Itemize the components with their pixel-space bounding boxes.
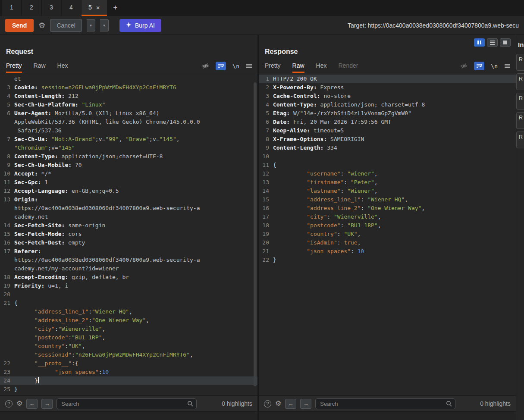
code-line[interactable]: 12 "username": "wiener",	[259, 169, 516, 178]
request-search-input[interactable]	[56, 398, 197, 409]
code-line[interactable]: 23 "json spaces":10	[0, 368, 257, 376]
response-editor[interactable]: 1HTTP/2 200 OK2X-Powered-By: Express3Cac…	[259, 73, 516, 395]
close-tab-icon[interactable]: ×	[96, 4, 100, 11]
code-line[interactable]: 17Referer:	[0, 247, 257, 256]
inspector-panel[interactable]: In RRRRR	[516, 35, 524, 420]
code-line[interactable]: 7Keep-Alive: timeout=5	[259, 126, 516, 135]
code-line[interactable]: 3Cookie: session=n26FLwa0jPpWzMDwFH4XYp2…	[0, 83, 257, 92]
prev-match-button[interactable]: ←	[285, 399, 296, 409]
new-tab-button[interactable]: +	[108, 0, 123, 16]
code-line[interactable]: 8X-Frame-Options: SAMEORIGIN	[259, 135, 516, 144]
code-line[interactable]: "Chromium";v="145"	[0, 144, 257, 152]
request-tab-hex[interactable]: Hex	[57, 62, 68, 73]
prev-match-button[interactable]: ←	[26, 399, 38, 409]
inspector-collapsed-tab[interactable]: R	[516, 132, 524, 148]
code-line[interactable]: "city":"Wienerville",	[0, 325, 257, 333]
repeater-tab-5[interactable]: 5×	[82, 0, 107, 16]
code-line[interactable]: 21{	[0, 299, 257, 307]
repeater-tab-3[interactable]: 3	[42, 0, 61, 16]
code-line[interactable]: 6User-Agent: Mozilla/5.0 (X11; Linux x86…	[0, 109, 257, 118]
layout-rows-button[interactable]	[487, 38, 498, 47]
code-line[interactable]: 18Accept-Encoding: gzip, deflate, br	[0, 273, 257, 282]
code-line[interactable]: 12Accept-Language: en-GB,en;q=0.5	[0, 187, 257, 195]
code-line[interactable]: 22}	[259, 256, 516, 264]
request-tab-pretty[interactable]: Pretty	[6, 62, 22, 73]
code-line[interactable]: 16 "address_line_2": "One Wiener Way",	[259, 204, 516, 213]
editor-menu-icon[interactable]	[246, 63, 252, 69]
code-line[interactable]: 4Content-Type: application/json; charset…	[259, 100, 516, 109]
code-line[interactable]: 8Content-Type: application/json;charset=…	[0, 152, 257, 161]
search-settings-gear-icon[interactable]: ⚙	[275, 400, 281, 407]
response-tab-pretty[interactable]: Pretty	[265, 62, 281, 73]
code-line[interactable]: 13 "firstname": "Peter",	[259, 178, 516, 187]
code-line[interactable]: 20	[0, 290, 257, 299]
code-line[interactable]: 16Sec-Fetch-Dest: empty	[0, 238, 257, 247]
layout-single-button[interactable]	[500, 38, 511, 47]
cancel-button[interactable]: Cancel	[50, 19, 82, 32]
code-line[interactable]: 14Sec-Fetch-Site: same-origin	[0, 221, 257, 230]
word-wrap-toggle[interactable]	[474, 62, 484, 70]
code-line[interactable]: "country":"UK",	[0, 342, 257, 351]
inspector-collapsed-tab[interactable]: R	[516, 54, 524, 71]
forward-history-dropdown[interactable]: ▾	[100, 19, 109, 31]
response-search-input[interactable]	[315, 398, 455, 409]
code-line[interactable]: "sessionId":"n26FLwa0jPpWzMDwFH4XYp2CnFi…	[0, 351, 257, 359]
code-line[interactable]: 13Origin:	[0, 195, 257, 204]
inspector-collapsed-tab[interactable]: R	[516, 73, 524, 90]
code-line[interactable]: 18 "postcode": "BU1 1RP",	[259, 221, 516, 230]
newline-display-toggle[interactable]: \n	[232, 63, 239, 69]
code-line[interactable]: 11Sec-Gpc: 1	[0, 178, 257, 187]
code-line[interactable]: cademy.net	[0, 213, 257, 221]
code-line[interactable]: 22 "__proto__":{	[0, 359, 257, 368]
code-line[interactable]: 5Etag: W/"14e-/rxYzhSfiD4zL1vVonmGpZgVmW…	[259, 109, 516, 118]
request-tab-raw[interactable]: Raw	[34, 62, 46, 73]
code-line[interactable]: 15Sec-Fetch-Mode: cors	[0, 230, 257, 238]
request-editor[interactable]: et3Cookie: session=n26FLwa0jPpWzMDwFH4XY…	[0, 73, 257, 395]
response-tab-render[interactable]: Render	[339, 62, 358, 73]
code-line[interactable]: 19Priority: u=1, i	[0, 282, 257, 290]
request-scrollbar[interactable]	[253, 76, 257, 393]
code-line[interactable]: "address_line_1":"Wiener HQ",	[0, 307, 257, 316]
request-scrollbar-thumb[interactable]	[254, 82, 257, 387]
code-line[interactable]: AppleWebKit/537.36 (KHTML, like Gecko) C…	[0, 118, 257, 126]
code-line[interactable]: 6Date: Fri, 20 Mar 2026 17:59:56 GMT	[259, 118, 516, 126]
code-line[interactable]: 9Sec-Ch-Ua-Mobile: ?0	[0, 161, 257, 169]
response-tab-hex[interactable]: Hex	[316, 62, 327, 73]
burp-ai-button[interactable]: Burp AI	[119, 19, 161, 32]
code-line[interactable]: cademy.net/my-account?id=wiener	[0, 264, 257, 273]
layout-columns-button[interactable]	[474, 38, 485, 47]
send-button[interactable]: Send	[5, 19, 34, 32]
code-line[interactable]: 15 "address_line_1": "Wiener HQ",	[259, 195, 516, 204]
code-line[interactable]: 10Accept: */*	[0, 169, 257, 178]
inspector-collapsed-tab[interactable]: R	[516, 93, 524, 110]
code-line[interactable]: 10	[259, 152, 516, 161]
next-match-button[interactable]: →	[41, 399, 53, 409]
code-line[interactable]: 7Sec-Ch-Ua: "Not:A-Brand";v="99", "Brave…	[0, 135, 257, 144]
code-line[interactable]: Safari/537.36	[0, 126, 257, 135]
code-line[interactable]: et	[0, 75, 257, 83]
code-line[interactable]: 25}	[0, 385, 257, 394]
hide-nonprinting-icon[interactable]	[202, 63, 209, 69]
code-line[interactable]: https://0ac400a0038ed0308060df34007800a9…	[0, 204, 257, 213]
send-settings-gear-icon[interactable]: ⚙	[38, 22, 45, 29]
code-line[interactable]: 17 "city": "Wienerville",	[259, 213, 516, 221]
word-wrap-toggle[interactable]	[216, 62, 226, 70]
search-help-icon[interactable]: ?	[264, 400, 271, 407]
response-tab-raw[interactable]: Raw	[292, 62, 304, 73]
code-line[interactable]: "address_line_2":"One Wiener Way",	[0, 316, 257, 325]
repeater-tab-2[interactable]: 2	[22, 0, 41, 16]
code-line[interactable]: 20 "isAdmin": true,	[259, 238, 516, 247]
code-line[interactable]: 1HTTP/2 200 OK	[259, 75, 516, 83]
repeater-tab-4[interactable]: 4	[62, 0, 81, 16]
hide-nonprinting-icon[interactable]	[460, 63, 468, 69]
next-match-button[interactable]: →	[300, 399, 311, 409]
repeater-tab-1[interactable]: 1	[2, 0, 21, 16]
code-line[interactable]: "postcode":"BU1 1RP",	[0, 333, 257, 342]
code-line[interactable]: 19 "country": "UK",	[259, 230, 516, 238]
code-line[interactable]: 3Cache-Control: no-store	[259, 92, 516, 100]
code-line[interactable]: 9Content-Length: 334	[259, 144, 516, 152]
code-line[interactable]: 4Content-Length: 212	[0, 92, 257, 100]
search-help-icon[interactable]: ?	[5, 400, 13, 407]
inspector-collapsed-tab[interactable]: R	[516, 112, 524, 129]
code-line[interactable]: 11{	[259, 161, 516, 169]
